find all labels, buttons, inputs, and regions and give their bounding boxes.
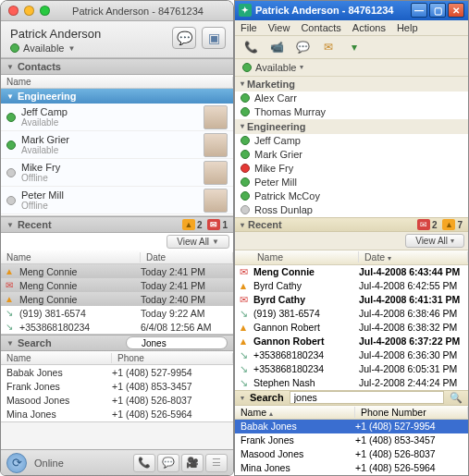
expand-button[interactable]: ▣	[202, 27, 226, 49]
mail-button[interactable]: ✉	[318, 38, 339, 56]
col-name[interactable]: Name	[1, 252, 141, 262]
recent-row[interactable]: ↘ Stephen Nash Jul-2-2008 2:44:24 PM	[235, 376, 468, 390]
col-name[interactable]: Name	[1, 77, 233, 87]
menu-file[interactable]: File	[241, 22, 257, 33]
more-button[interactable]: ▾	[344, 38, 364, 56]
warning-badge[interactable]: 2	[182, 219, 203, 230]
contact-row[interactable]: Ross Dunlap	[235, 203, 468, 217]
chat-button[interactable]: 💬	[172, 27, 196, 49]
contact-row[interactable]: Mike Fry	[235, 162, 468, 176]
video-button[interactable]: 🎥	[181, 454, 204, 472]
recent-row[interactable]: ↘ (919) 381-6574 Today 9:22 AM	[1, 306, 233, 320]
menu-contacts[interactable]: Contacts	[301, 22, 340, 33]
menu-bar[interactable]: FileViewContactsActionsHelp	[235, 20, 468, 36]
call-button[interactable]: 📞	[133, 454, 155, 472]
view-all-button[interactable]: View All▾	[405, 234, 464, 248]
search-row[interactable]: Babak Jones +1 (408) 527-9954	[1, 365, 233, 379]
search-row[interactable]: Frank Jones +1 (408) 853-3457	[235, 433, 468, 447]
search-column-header[interactable]: Name Phone	[1, 351, 233, 365]
recent-row[interactable]: ✉ Meng Connie Today 2:41 PM	[1, 278, 233, 292]
contacts-section-header[interactable]: ▼ Contacts	[1, 58, 233, 75]
contact-row[interactable]: Alex Carr	[235, 92, 468, 105]
chat-button[interactable]: 💬	[292, 38, 313, 56]
search-row[interactable]: Mina Jones +1 (408) 526-5964	[1, 407, 233, 421]
search-row[interactable]: Frank Jones +1 (408) 853-3457	[1, 379, 233, 393]
availability-menu[interactable]: Available ▾	[235, 59, 468, 77]
contact-row[interactable]: Mark GrierAvailable	[1, 131, 233, 159]
search-row[interactable]: Mina Jones +1 (408) 526-5964	[235, 461, 468, 475]
contact-row[interactable]: Mike FryOffline	[1, 159, 233, 187]
recent-row[interactable]: ▲ Byrd Cathy Jul-4-2008 6:42:55 PM	[235, 279, 468, 293]
recent-row[interactable]: ↘ +353868180234 Jul-4-2008 6:05:31 PM	[235, 362, 468, 376]
sync-icon[interactable]: ⟳	[6, 453, 27, 473]
xp-titlebar[interactable]: ✦ Patrick Anderson - 84761234 — ▢ ✕	[235, 1, 468, 20]
contact-row[interactable]: Peter Mill	[235, 176, 468, 189]
result-phone: +1 (408) 526-8037	[112, 395, 192, 406]
menu-actions[interactable]: Actions	[352, 22, 386, 33]
contact-group-header[interactable]: ▾Marketing	[235, 77, 468, 92]
recent-name: Byrd Cathy	[252, 294, 359, 305]
recent-list: ▲ Meng Connie Today 2:41 PM ✉ Meng Conni…	[1, 264, 233, 335]
search-input[interactable]	[126, 336, 228, 349]
video-button[interactable]: 📹	[266, 38, 287, 56]
col-name[interactable]: Name	[241, 407, 266, 418]
recent-row[interactable]: ▲ Gannon Robert Jul-4-2008 6:38:32 PM	[235, 321, 468, 335]
zoom-icon[interactable]	[40, 6, 50, 16]
recent-column-header[interactable]: Name Date ▾	[235, 250, 468, 264]
contact-row[interactable]: Thomas Murray	[235, 105, 468, 119]
contacts-column-header[interactable]: Name	[1, 75, 233, 89]
contact-row[interactable]: Jeff CampAvailable	[1, 104, 233, 131]
search-row[interactable]: Masood Jones +1 (408) 526-8037	[235, 447, 468, 461]
recent-row[interactable]: ▲ Gannon Robert Jul-4-2008 6:37:22 PM	[235, 335, 468, 348]
recent-row[interactable]: ↘ +353868180234 Jul-4-2008 6:36:30 PM	[235, 348, 468, 362]
minimize-button[interactable]: —	[411, 3, 427, 18]
recent-row[interactable]: ↘ +353868180234 6/4/08 12:56 AM	[1, 320, 233, 334]
col-phone[interactable]: Phone	[112, 353, 233, 363]
search-column-header[interactable]: Name ▴ Phone Number	[235, 406, 468, 420]
contact-group-header[interactable]: ▾Engineering	[235, 119, 468, 134]
recent-row[interactable]: ▲ Meng Connie Today 2:40 PM	[1, 292, 233, 306]
mail-badge[interactable]: 2	[417, 219, 438, 230]
call-button[interactable]: 📞	[241, 38, 261, 56]
recent-row[interactable]: ▲ Meng Connie Today 2:41 PM	[1, 264, 233, 278]
col-name[interactable]: Name	[1, 353, 112, 363]
presence-icon	[6, 113, 16, 122]
col-date[interactable]: Date	[141, 252, 233, 262]
search-icon[interactable]: 🔍	[450, 392, 463, 404]
recent-section-header[interactable]: ▾ Recent 2 7	[235, 217, 468, 232]
contact-row[interactable]: Peter MillOffline	[1, 187, 233, 214]
im-button[interactable]: 💬	[157, 454, 179, 472]
contact-row[interactable]: Jeff Camp	[235, 134, 468, 148]
view-all-button[interactable]: View All▼	[167, 235, 229, 249]
warning-badge[interactable]: 7	[442, 219, 463, 230]
mail-badge[interactable]: 1	[207, 219, 228, 230]
minimize-icon[interactable]	[24, 6, 34, 16]
warn-icon: ▲	[235, 336, 252, 347]
maximize-button[interactable]: ▢	[429, 3, 446, 18]
result-name: Mina Jones	[1, 409, 112, 420]
close-button[interactable]: ✕	[448, 3, 464, 18]
contact-row[interactable]: Patrick McCoy	[235, 189, 468, 203]
col-phone[interactable]: Phone Number	[355, 407, 468, 418]
contact-status: Offline	[21, 173, 198, 183]
recent-column-header[interactable]: Name Date	[1, 250, 233, 264]
search-row[interactable]: Masood Jones +1 (408) 526-8037	[1, 393, 233, 407]
close-icon[interactable]	[8, 6, 19, 16]
recent-row[interactable]: ✉ Meng Connie Jul-4-2008 6:43:44 PM	[235, 265, 468, 279]
recent-section-header[interactable]: ▼ Recent 2 1	[1, 216, 233, 233]
search-input[interactable]	[290, 391, 444, 404]
recent-row[interactable]: ↘ (919) 381-6574 Jul-4-2008 6:38:46 PM	[235, 307, 468, 321]
col-date[interactable]: Date	[364, 251, 385, 262]
search-row[interactable]: Babak Jones +1 (408) 527-9954	[235, 420, 468, 433]
col-name[interactable]: Name	[252, 251, 359, 262]
list-button[interactable]: ☰	[205, 454, 228, 472]
menu-help[interactable]: Help	[397, 22, 418, 33]
warn-icon: ▲	[235, 322, 252, 333]
search-section-header[interactable]: ▼ Search	[1, 335, 233, 351]
recent-row[interactable]: ✉ Byrd Cathy Jul-4-2008 6:41:31 PM	[235, 293, 468, 307]
contact-row[interactable]: Mark Grier	[235, 148, 468, 162]
menu-view[interactable]: View	[268, 22, 290, 33]
contact-group-header[interactable]: ▼Engineering	[1, 89, 233, 104]
search-section-header[interactable]: ▾ Search 🔍	[235, 390, 468, 406]
mac-titlebar[interactable]: Patrick Anderson - 84761234	[1, 1, 233, 21]
